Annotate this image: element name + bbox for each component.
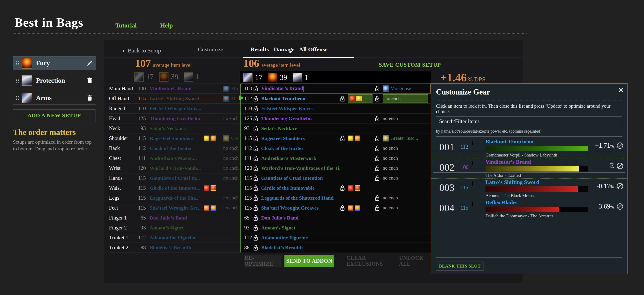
item-name[interactable]: Warlord’s Iron-Vambraces of the Ti... — [261, 165, 340, 171]
red-gem-icon[interactable] — [348, 185, 354, 191]
red-gem-icon[interactable] — [350, 96, 355, 101]
item-icon[interactable] — [472, 158, 486, 179]
send-to-addon-button[interactable]: SEND TO ADDON — [284, 255, 334, 267]
item-name[interactable]: Andrethan’s Master... — [146, 155, 204, 161]
item-name[interactable]: Vindicator’s Brand — [261, 85, 340, 92]
tab-customize[interactable]: Customize — [198, 46, 223, 53]
item-name[interactable]: Ragesteel Shoulders — [146, 136, 204, 141]
optimized-gear-row[interactable]: 115Legguards of the Shattered Handno enc… — [241, 193, 431, 203]
yellow-gem-icon[interactable] — [348, 136, 354, 141]
item-name[interactable]: Thundering Greathelm — [146, 116, 204, 121]
unlock-icon[interactable] — [253, 165, 258, 172]
unlock-icon[interactable] — [374, 95, 380, 102]
unlock-icon[interactable] — [253, 105, 258, 112]
trash-icon[interactable] — [87, 95, 92, 101]
clear-exclusions-button[interactable]: CLEAR EXCLUSIONS — [346, 255, 397, 267]
unlock-icon[interactable] — [374, 135, 380, 142]
unlock-icon[interactable] — [374, 155, 380, 162]
item-name[interactable]: Sedai’s Necklace — [146, 126, 204, 131]
item-name[interactable]: Gauntlets of Cruel In... — [146, 175, 204, 181]
nav-tutorial-link[interactable]: Tutorial — [115, 22, 136, 29]
item-name[interactable]: Sha’tari Wrought Gre... — [146, 205, 204, 211]
item-name[interactable]: Felsteel Whisper Kniv... — [146, 106, 204, 111]
item-name[interactable]: Amaan’s Signet — [261, 225, 340, 231]
optimized-gear-row[interactable]: 125Thundering Greathelmno ench — [241, 113, 431, 123]
dialog-item-003[interactable]: 003115Latro’s Shifting Sword-0.17%Aeonus… — [431, 179, 627, 199]
blank-this-slot-button[interactable]: BLANK THIS SLOT — [436, 262, 484, 271]
item-icon[interactable] — [472, 138, 486, 158]
enchant-name[interactable]: Mo — [231, 86, 238, 91]
unlock-icon[interactable] — [253, 125, 258, 132]
unlock-icon[interactable] — [253, 235, 258, 241]
item-name[interactable]: Ragesteel Shoulders — [261, 136, 340, 141]
item-name[interactable]: Thundering Greathelm — [261, 116, 340, 121]
unlock-icon[interactable] — [340, 95, 345, 102]
orange-gem-icon[interactable] — [355, 136, 360, 141]
optimized-gear-row[interactable]: 88Bladefist’s Breadth — [241, 243, 431, 253]
drag-handle-icon[interactable] — [16, 61, 19, 65]
enchant-greater-icon[interactable] — [383, 135, 389, 141]
item-icon[interactable] — [472, 179, 486, 199]
item-name[interactable]: Blackout Truncheon — [486, 138, 588, 145]
orange-gem-icon[interactable] — [204, 205, 209, 211]
item-name[interactable]: Girdle of the Immovable — [261, 185, 340, 191]
optimized-gear-row[interactable]: 120Warlord’s Iron-Vambraces of the Ti...… — [241, 163, 431, 173]
optimized-gear-row[interactable]: 115Girdle of the Immovable — [241, 183, 431, 193]
item-name[interactable]: Vindicator’s Brand — [146, 86, 204, 92]
enchant-name[interactable]: Mongoose — [390, 86, 411, 91]
tab-results[interactable]: Results - Damage - All Offense — [250, 46, 328, 53]
yellow-gem-icon[interactable] — [204, 136, 209, 141]
item-name[interactable]: Don Julio’s Band — [261, 215, 340, 221]
orange-gem-icon[interactable] — [210, 205, 216, 211]
item-name[interactable]: Latro’s Shifting Sword — [146, 96, 204, 101]
add-setup-button[interactable]: ADD A NEW SETUP — [13, 109, 96, 122]
unlock-icon[interactable] — [374, 165, 380, 172]
unlock-icon[interactable] — [253, 185, 258, 191]
nav-help-link[interactable]: Help — [160, 22, 173, 29]
dialog-item-004[interactable]: 004115Reflex Blades-3.69%Dalliah the Doo… — [431, 199, 627, 219]
orange-gem-icon[interactable] — [355, 205, 360, 211]
red-gem-icon[interactable] — [210, 185, 216, 191]
unlock-icon[interactable] — [340, 185, 345, 191]
item-name[interactable]: Blackout Truncheon — [261, 96, 340, 101]
item-name[interactable]: Legguards of the Shattered Hand — [261, 195, 340, 201]
item-name[interactable]: Felsteel Whisper Knives — [261, 106, 340, 111]
unlock-icon[interactable] — [253, 195, 258, 201]
enchant-mongoose-icon[interactable] — [223, 96, 230, 102]
unlock-icon[interactable] — [374, 205, 380, 211]
item-name[interactable]: Vindicator’s Brand — [486, 158, 588, 165]
item-name[interactable]: Sedai’s Necklace — [261, 126, 340, 131]
sidebar-setup-fury[interactable]: Fury — [13, 56, 96, 70]
optimized-gear-row[interactable]: 110Felsteel Whisper Knives — [241, 103, 431, 113]
unlock-icon[interactable] — [374, 175, 380, 181]
item-name[interactable]: Adamantine Figurine — [261, 235, 340, 241]
yellow-gem-icon[interactable] — [356, 96, 362, 101]
unlock-icon[interactable] — [340, 205, 345, 211]
item-name[interactable]: Cloak of the Inciter — [146, 145, 204, 151]
optimized-gear-row[interactable]: 115Sha’tari Wrought Greavesno ench — [241, 203, 431, 213]
unlock-icon[interactable] — [253, 215, 258, 221]
optimized-gear-row[interactable]: 65Don Julio’s Band — [241, 213, 431, 223]
unlock-icon[interactable] — [253, 145, 258, 152]
enchant-mongoose-icon[interactable] — [383, 85, 389, 92]
highlighted-enchant-cell[interactable]: no ench — [383, 94, 428, 103]
item-name[interactable]: Amaan’s Signet — [146, 225, 204, 231]
enchant-name[interactable]: Greater Insc... — [390, 136, 418, 141]
unlock-icon[interactable] — [253, 205, 258, 211]
optimized-gear-row[interactable]: 93Amaan’s Signet — [241, 223, 431, 233]
drag-handle-icon[interactable] — [16, 96, 19, 100]
enchant-mongoose-icon[interactable] — [223, 86, 230, 92]
unlock-icon[interactable] — [253, 155, 258, 162]
enchant-greater-icon[interactable] — [223, 135, 230, 141]
optimized-gear-row[interactable]: 115Ragesteel ShouldersGreater Insc... — [241, 133, 431, 143]
exclude-icon[interactable] — [616, 183, 624, 190]
item-name[interactable]: Don Julio’s Band — [146, 215, 204, 221]
unlock-icon[interactable] — [253, 135, 258, 142]
optimized-gear-row[interactable]: 111Andrethan’s Masterworkno ench — [241, 153, 431, 163]
red-gem-icon[interactable] — [355, 185, 360, 191]
optimized-gear-row[interactable]: 100Vindicator’s BrandMongoose — [240, 83, 431, 93]
orange-gem-icon[interactable] — [348, 205, 354, 211]
unlock-icon[interactable] — [253, 175, 258, 181]
tab-back-to-setup[interactable]: ‹Back to Setup — [122, 46, 161, 54]
optimized-gear-row[interactable]: 112Blackout Truncheonno ench — [241, 93, 431, 103]
